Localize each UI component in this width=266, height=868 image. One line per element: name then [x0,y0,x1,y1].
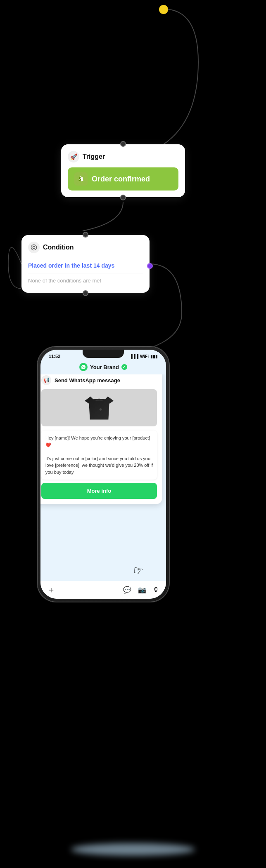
chat-icon: 💬 [123,586,131,594]
condition-title: Condition [43,244,74,251]
phone-notch [83,350,124,358]
trigger-icon: 🚀 [68,151,79,162]
message-bubble: Hey [name]! We hope you're enjoying your… [41,430,157,480]
verified-badge: ✓ [121,364,127,370]
clock: 11:52 [49,354,60,359]
product-image [41,389,157,426]
camera-icon: 📷 [138,586,146,594]
whatsapp-header: Your Brand ✓ [40,360,166,374]
svg-point-3 [100,408,102,411]
message-line1: Hey [name]! We hope you're enjoying your… [45,435,153,448]
signal-icon: ▐▐▐ [130,354,138,359]
wa-message-card: 📢 Send WhatsApp message [40,374,162,504]
trigger-title: Trigger [83,153,105,160]
start-dot [159,5,168,14]
svg-point-2 [33,246,35,248]
wifi-icon: WiFi [140,354,149,359]
condition-top-connector [83,232,88,238]
phone-mockup: 11:52 ▐▐▐ WiFi ▮▮▮ Your Brand ✓ [33,346,173,602]
message-line2: It's just come out in [color] and since … [45,455,153,476]
trigger-bottom-connector [120,195,126,200]
add-icon: ＋ [47,584,55,595]
trigger-card: 🚀 Trigger Order confirmed [61,144,185,197]
bottom-shadow [71,843,195,856]
shopify-icon [74,172,88,186]
bottom-icons: 💬 📷 🎙 [123,586,159,594]
condition-bottom-connector [83,290,88,296]
more-info-button[interactable]: More info [41,483,157,499]
condition-none: None of the conditions are met [28,273,143,286]
brand-name: Your Brand [90,364,119,370]
trigger-label: Order confirmed [92,175,150,183]
phone-bottom-bar: ＋ 💬 📷 🎙 [40,581,166,599]
wa-card-title: Send WhatsApp message [55,377,120,383]
mic-icon: 🎙 [153,586,159,594]
wa-card-icon: 📢 [41,375,51,385]
condition-right-connector [147,263,153,269]
phone-content: 📢 Send WhatsApp message [40,374,166,582]
condition-rule: Placed order in the last 14 days [28,258,143,273]
whatsapp-logo [79,363,88,371]
svg-point-1 [31,245,36,250]
condition-card: Condition Placed order in the last 14 da… [21,235,150,293]
condition-icon [28,242,40,253]
status-icons: ▐▐▐ WiFi ▮▮▮ [130,354,158,359]
battery-icon: ▮▮▮ [150,354,158,359]
trigger-top-connector [120,141,126,147]
trigger-badge: Order confirmed [68,167,178,191]
